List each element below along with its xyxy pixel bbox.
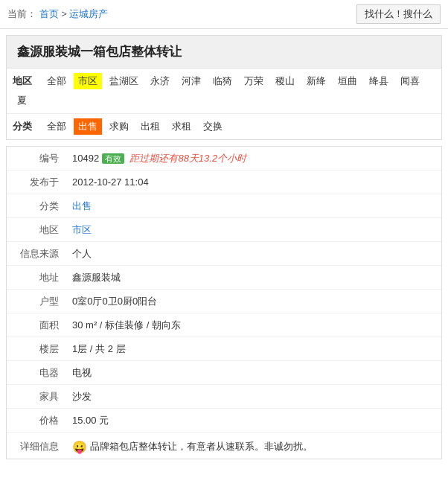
row-address: 地址 鑫源服装城 (7, 266, 441, 290)
area-label: 面积 (7, 314, 66, 336)
region-filter-row: 地区 全部 市区 盐湖区 永济 河津 临猗 万荣 稷山 新绛 垣曲 绛县 闻喜 … (7, 68, 441, 114)
info-emoji: 😛 (72, 440, 87, 454)
area-val: 30 m² / 标佳装修 / 朝向东 (66, 314, 441, 336)
floor-label: 楼层 (7, 338, 66, 360)
region-more[interactable]: 夏 (13, 92, 31, 109)
region-yanhuqu[interactable]: 盐湖区 (105, 73, 143, 89)
valid-badge: 有效 (102, 153, 124, 164)
category-key-label: 分类 (7, 195, 66, 217)
region-val: 市区 (66, 219, 441, 241)
region-wenxi[interactable]: 闻喜 (396, 73, 424, 89)
category-label: 分类 (13, 120, 33, 133)
category-all[interactable]: 全部 (42, 118, 71, 135)
category-chushou[interactable]: 出售 (74, 118, 102, 135)
row-source: 信息来源 个人 (7, 242, 441, 266)
breadcrumb-section[interactable]: 运城房产 (69, 8, 108, 19)
search-button[interactable]: 找什么！搜什么 (356, 4, 441, 24)
source-val: 个人 (66, 243, 441, 265)
region-all[interactable]: 全部 (42, 73, 71, 89)
price-label: 价格 (7, 409, 66, 432)
info-label: 详细信息 (7, 436, 66, 458)
row-publish: 发布于 2012-10-27 11:04 (7, 170, 441, 194)
region-link[interactable]: 市区 (72, 224, 92, 235)
row-price: 价格 15.00 元 (7, 409, 441, 433)
row-category: 分类 出售 (7, 194, 441, 218)
breadcrumb: 当前： 首页 > 运城房产 (7, 7, 108, 21)
layout-label: 户型 (7, 290, 66, 313)
furniture-label: 家具 (7, 386, 66, 408)
row-info: 详细信息 😛 品牌箱包店整体转让，有意者从速联系。非诚勿扰。 (7, 433, 441, 459)
source-label: 信息来源 (7, 243, 66, 265)
region-yuanqu[interactable]: 垣曲 (333, 73, 362, 89)
region-jishan[interactable]: 稷山 (271, 73, 299, 89)
appliance-label: 电器 (7, 362, 66, 384)
category-chuzhu[interactable]: 出租 (136, 118, 164, 135)
breadcrumb-home[interactable]: 首页 (39, 8, 59, 19)
publish-label: 发布于 (7, 171, 66, 194)
row-floor: 楼层 1层 / 共 2 层 (7, 337, 441, 361)
category-jiaohuan[interactable]: 交换 (199, 118, 227, 135)
category-val: 出售 (66, 195, 441, 217)
category-qiuzu[interactable]: 求租 (167, 118, 196, 135)
number-label: 编号 (7, 147, 66, 170)
region-linyi[interactable]: 临猗 (208, 73, 237, 89)
breadcrumb-separator: > (61, 8, 69, 19)
info-text: 品牌箱包店整体转让，有意者从速联系。非诚勿扰。 (90, 440, 313, 453)
row-furniture: 家具 沙发 (7, 385, 441, 409)
number-value: 10492 (72, 153, 99, 164)
row-region: 地区 市区 (7, 218, 441, 242)
address-label: 地址 (7, 267, 66, 289)
row-layout: 户型 0室0厅0卫0厨0阳台 (7, 290, 441, 313)
region-label: 地区 (13, 74, 33, 88)
address-val: 鑫源服装城 (66, 267, 441, 289)
filter-section: 地区 全部 市区 盐湖区 永济 河津 临猗 万荣 稷山 新绛 垣曲 绛县 闻喜 … (6, 68, 442, 140)
breadcrumb-current: 当前： (7, 8, 36, 19)
top-bar: 当前： 首页 > 运城房产 找什么！搜什么 (0, 0, 448, 29)
expire-text: 距过期还有88天13.2个小时 (129, 153, 246, 164)
region-wanrong[interactable]: 万荣 (240, 73, 268, 89)
info-val: 😛 品牌箱包店整体转让，有意者从速联系。非诚勿扰。 (66, 436, 441, 459)
detail-section: 编号 10492 有效 距过期还有88天13.2个小时 发布于 2012-10-… (6, 146, 442, 459)
region-shiqu[interactable]: 市区 (74, 73, 102, 89)
region-xinjiang[interactable]: 新绛 (302, 73, 330, 89)
row-area: 面积 30 m² / 标佳装修 / 朝向东 (7, 313, 441, 337)
region-hejin[interactable]: 河津 (177, 73, 205, 89)
appliance-val: 电视 (66, 362, 441, 384)
category-qiugou[interactable]: 求购 (105, 118, 133, 135)
layout-val: 0室0厅0卫0厨0阳台 (66, 290, 441, 313)
furniture-val: 沙发 (66, 386, 441, 408)
region-key-label: 地区 (7, 219, 66, 241)
row-number: 编号 10492 有效 距过期还有88天13.2个小时 (7, 147, 441, 170)
page-title: 鑫源服装城一箱包店整体转让 (6, 35, 442, 68)
row-appliance: 电器 电视 (7, 361, 441, 385)
region-jiangxian[interactable]: 绛县 (365, 73, 393, 89)
category-link[interactable]: 出售 (72, 200, 92, 211)
number-val: 10492 有效 距过期还有88天13.2个小时 (66, 147, 441, 170)
category-filter-row: 分类 全部 出售 求购 出租 求租 交换 (7, 114, 441, 139)
floor-val: 1层 / 共 2 层 (66, 338, 441, 360)
region-yongji[interactable]: 永济 (146, 73, 174, 89)
price-val: 15.00 元 (66, 409, 441, 432)
publish-val: 2012-10-27 11:04 (66, 172, 441, 192)
